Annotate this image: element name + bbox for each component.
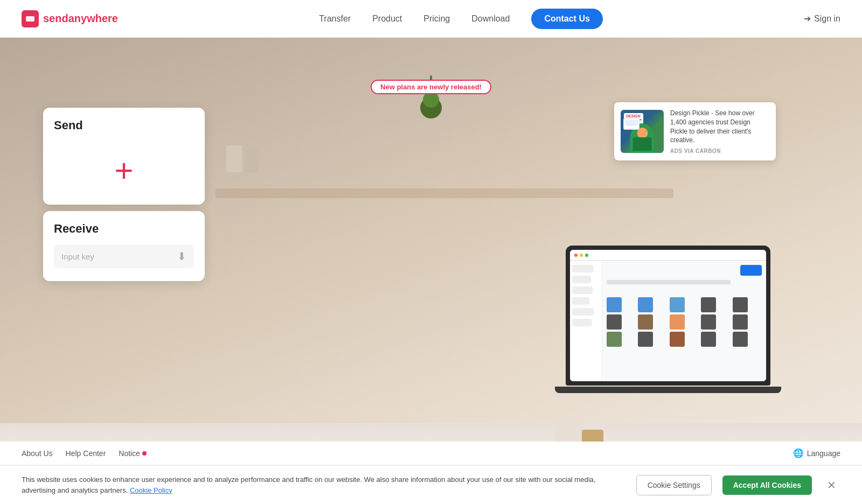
download-icon: ⬇ (177, 250, 186, 263)
logo[interactable]: sendanywhere (22, 10, 118, 27)
sign-in-label: Sign in (814, 14, 840, 24)
laptop-body (566, 246, 770, 386)
nav-transfer[interactable]: Transfer (319, 14, 351, 24)
cookie-settings-button[interactable]: Cookie Settings (636, 475, 712, 495)
logo-icon (22, 10, 39, 27)
main-nav: Transfer Product Pricing Download Contac… (319, 9, 603, 29)
ad-content: Design Pickle - See how over 1,400 agenc… (670, 109, 769, 154)
nav-pricing[interactable]: Pricing (423, 14, 450, 24)
laptop-illustration (566, 246, 781, 434)
footer-about[interactable]: About Us (22, 449, 53, 458)
sign-in-button[interactable]: ➔ Sign in (804, 13, 840, 24)
laptop-screen (570, 250, 766, 381)
globe-icon: 🌐 (793, 448, 804, 458)
brand-name: sendanywhere (43, 12, 118, 25)
footer-notice[interactable]: Notice (119, 449, 147, 458)
notice-dot (142, 451, 147, 456)
nav-download[interactable]: Download (471, 14, 510, 24)
header: sendanywhere Transfer Product Pricing Do… (0, 0, 862, 38)
sign-in-icon: ➔ (804, 13, 811, 24)
cookie-text: This website uses cookies to enhance use… (22, 474, 625, 495)
left-panel: Send + Receive Input key ⬇ (43, 108, 205, 281)
contact-us-button[interactable]: Contact Us (531, 9, 602, 29)
screen-header (570, 250, 766, 261)
nav-product[interactable]: Product (372, 14, 402, 24)
footer-links: About Us Help Center Notice 🌐 Language (0, 442, 862, 465)
screen-content (570, 261, 766, 381)
ad-via: ADS VIA CARBON (670, 148, 769, 154)
accept-all-cookies-button[interactable]: Accept All Cookies (722, 475, 812, 495)
cookie-banner: This website uses cookies to enhance use… (0, 465, 862, 504)
send-title: Send (54, 118, 194, 132)
header-right: ➔ Sign in (804, 13, 840, 24)
ad-text: Design Pickle - See how over 1,400 agenc… (670, 109, 769, 145)
receive-card: Receive Input key ⬇ (43, 211, 205, 281)
laptop-base (555, 387, 781, 393)
receive-input-area[interactable]: Input key ⬇ (54, 244, 194, 268)
hero-section: New plans are newly released! Send + Rec… (0, 38, 862, 504)
send-card: Send + (43, 108, 205, 205)
add-plus-icon: + (114, 155, 133, 187)
receive-input-placeholder: Input key (61, 252, 177, 261)
footer-language[interactable]: 🌐 Language (793, 448, 840, 458)
screen-main (602, 261, 766, 381)
new-plans-badge: New plans are newly released! (371, 80, 491, 94)
cookie-policy-link[interactable]: Cookie Policy (130, 486, 172, 494)
ad-banner[interactable]: DESIGN PICKLE* Design Pickle - See how o… (614, 102, 776, 160)
footer-bar: About Us Help Center Notice 🌐 Language T… (0, 442, 862, 504)
receive-title: Receive (54, 222, 194, 236)
close-cookie-banner-button[interactable]: ✕ (823, 477, 840, 494)
footer-help[interactable]: Help Center (66, 449, 106, 458)
screen-sidebar (570, 261, 602, 381)
add-file-button[interactable]: + (54, 141, 194, 200)
ad-image: DESIGN PICKLE* (621, 110, 664, 153)
